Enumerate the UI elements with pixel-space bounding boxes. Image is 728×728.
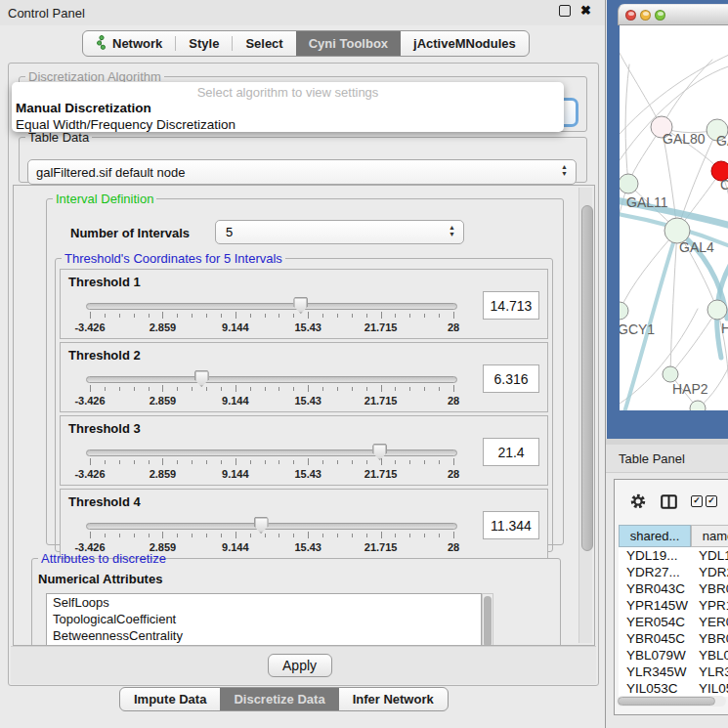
cell-name[interactable]: YDL19... [691,548,728,563]
threshold-label: Threshold 3 [68,421,141,436]
table-panel-frame: ✓ ✓ shared...name YDL19...YDL19...YDR27.… [614,479,728,715]
checkbox-icon[interactable]: ✓ [691,495,703,507]
traffic-light-close-icon[interactable] [625,10,636,21]
table-row[interactable]: YBR045CYBR045C [619,630,728,647]
network-edge[interactable] [662,60,712,127]
table-row[interactable]: YIL053CYIL053C [619,680,728,697]
table-header-row: shared...name [619,525,728,547]
traffic-light-minimize-icon[interactable] [640,10,651,21]
cell-shared-name[interactable]: YBR043C [619,581,691,596]
table-row[interactable]: YDL19...YDL19... [619,547,728,564]
list-item[interactable]: TopologicalCoefficient [47,611,481,627]
split-view-icon[interactable] [661,494,677,509]
table-row[interactable]: YPR145WYPR145W [619,597,728,614]
threshold-slider[interactable]: -3.4262.8599.14415.4321.71528 [86,295,457,334]
cell-shared-name[interactable]: YLR345W [619,664,691,679]
attributes-list-scrollbar[interactable] [482,593,493,646]
interval-definition-label: Interval Definition [53,192,156,206]
cell-name[interactable]: YBR045C [691,631,728,646]
slider-track[interactable] [86,303,457,310]
tab-cyni-toolbox[interactable]: Cyni Toolbox [296,31,401,56]
close-icon[interactable]: ✖ [580,5,591,17]
column-header-shared-[interactable]: shared... [619,525,691,547]
spinner-icon[interactable]: ▲▼ [561,163,568,177]
settings-scrollbar-thumb[interactable] [581,205,593,551]
threshold-slider[interactable]: -3.4262.8599.14415.4321.71528 [86,515,457,554]
table-hscrollbar-thumb[interactable] [618,697,715,706]
tick-mark [322,460,323,464]
dropdown-option-manual-discretization[interactable]: Manual Discretization [12,100,564,116]
network-edge[interactable] [670,310,717,374]
tick-mark [206,460,207,464]
cell-name[interactable]: YBR043C [691,581,728,596]
tab-jactivemnodules[interactable]: jActiveMNodules [401,31,529,56]
number-of-intervals-combobox[interactable]: 5 ▲▼ [215,220,464,244]
number-of-intervals-label: Number of Intervals [70,226,190,240]
tab-infer-network[interactable]: Infer Network [339,688,448,710]
threshold-value-field[interactable]: 14.713 [483,291,539,320]
tick-label: 21.715 [364,468,398,480]
network-node-gal11[interactable] [620,174,638,193]
tick-mark [250,460,251,464]
threshold-slider[interactable]: -3.4262.8599.14415.4321.71528 [86,442,457,481]
cell-shared-name[interactable]: YBL079W [619,648,691,663]
cell-name[interactable]: YDR27... [691,565,728,579]
cell-name[interactable]: YPR145W [691,598,728,613]
cell-shared-name[interactable]: YDR27... [619,565,691,579]
cell-name[interactable]: YER054C [691,615,728,629]
numerical-attributes-listbox[interactable]: SelfLoopsTopologicalCoefficientBetweenne… [46,593,482,646]
network-window-titlebar[interactable] [618,4,728,25]
network-edge[interactable] [620,231,677,311]
dropdown-option-equal-width-frequency-discretization[interactable]: Equal Width/Frequency Discretization [12,116,564,133]
slider-track[interactable] [86,523,457,530]
list-item[interactable]: SelfLoops [47,594,481,611]
slider-track[interactable] [86,376,457,383]
cell-name[interactable]: YBL079W [691,648,728,663]
tab-style[interactable]: Style [176,31,232,56]
table-row[interactable]: YDR27...YDR27... [619,564,728,580]
table-row[interactable]: YLR345WYLR345W [619,664,728,680]
tick-mark [134,314,135,318]
tab-network[interactable]: Network [83,31,175,56]
cell-shared-name[interactable]: YIL053C [619,681,691,696]
tab-impute-data[interactable]: Impute Data [120,688,220,710]
checkbox-icon[interactable]: ✓ [706,495,717,507]
spinner-icon[interactable]: ▲▼ [449,224,455,237]
network-node-gcy1[interactable] [620,302,628,320]
table-row[interactable]: YER054CYER054C [619,614,728,630]
tick-mark [192,534,193,537]
cell-name[interactable]: YLR345W [691,664,728,679]
cell-shared-name[interactable]: YER054C [619,615,691,629]
threshold-value-field[interactable]: 21.4 [483,438,539,466]
slider-track[interactable] [86,450,457,456]
list-item[interactable]: BetweennessCentrality [47,627,481,644]
cell-shared-name[interactable]: YDL19... [619,548,691,563]
cell-shared-name[interactable]: YBR045C [619,631,691,646]
cell-shared-name[interactable]: YPR145W [619,598,691,613]
tick-mark [366,460,367,464]
tick-label: 28 [448,468,459,480]
network-node-h[interactable] [707,300,727,320]
threshold-slider[interactable]: -3.4262.8599.14415.4321.71528 [86,368,457,407]
network-node-hap2[interactable] [663,366,678,382]
tab-discretize-data[interactable]: Discretize Data [220,688,338,710]
table-row[interactable]: YBL079WYBL079W [619,647,728,664]
table-horizontal-scrollbar[interactable] [617,696,726,707]
table-row[interactable]: YBR043CYBR043C [619,580,728,597]
tick-mark [265,460,266,464]
settings-vertical-scrollbar[interactable] [578,188,592,643]
threshold-value-field[interactable]: 6.316 [483,364,539,393]
network-edge[interactable] [624,231,677,410]
float-icon[interactable] [559,5,571,17]
attributes-list-scrollbar-thumb[interactable] [484,596,492,646]
apply-button[interactable]: Apply [268,654,332,677]
gear-icon[interactable] [629,492,647,510]
tab-select[interactable]: Select [233,31,295,56]
tick-mark [409,534,410,537]
traffic-light-zoom-icon[interactable] [655,10,665,21]
table-data-combobox[interactable]: galFiltered.sif default node ▲▼ [27,159,577,185]
threshold-value-field[interactable]: 11.344 [483,511,539,539]
column-header-name[interactable]: name [691,525,728,547]
cell-name[interactable]: YIL053C [691,681,728,696]
network-canvas[interactable]: GAL80GACGAL11GAL4GCY1HHAP2 [620,25,728,410]
